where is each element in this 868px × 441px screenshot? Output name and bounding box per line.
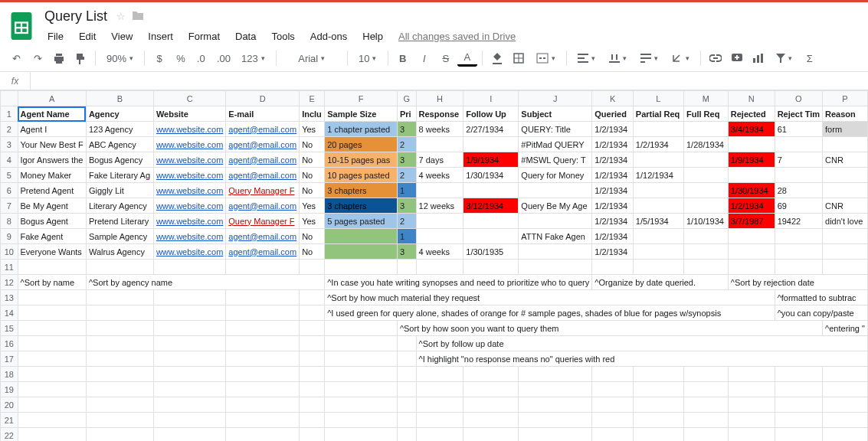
col-header-P[interactable]: P <box>823 91 868 106</box>
star-icon[interactable]: ☆ <box>116 11 126 22</box>
cell[interactable] <box>519 413 592 428</box>
cell[interactable] <box>325 244 398 260</box>
cell[interactable] <box>823 382 868 397</box>
cell[interactable] <box>397 382 416 397</box>
cell[interactable] <box>18 321 86 336</box>
merge-button[interactable] <box>530 48 562 68</box>
cell[interactable]: 10-15 pages pas <box>325 152 398 168</box>
row-header[interactable]: 17 <box>1 351 18 367</box>
cell[interactable]: www.website.com <box>153 244 225 260</box>
cell[interactable] <box>300 336 325 351</box>
paint-format-button[interactable] <box>70 48 90 68</box>
cell[interactable]: 69 <box>775 198 822 214</box>
bold-button[interactable]: B <box>393 48 413 68</box>
header-cell[interactable]: Agency <box>86 106 153 122</box>
cell[interactable] <box>86 336 153 351</box>
cell[interactable] <box>775 367 822 382</box>
cell[interactable] <box>416 382 463 397</box>
cell[interactable] <box>325 428 398 442</box>
cell[interactable] <box>633 428 683 442</box>
redo-button[interactable]: ↷ <box>28 48 47 68</box>
row-header[interactable]: 19 <box>1 382 18 397</box>
cell[interactable]: Query for Money <box>519 168 592 183</box>
cell[interactable]: Fake Agent <box>18 229 86 244</box>
cell[interactable] <box>18 397 86 413</box>
cell[interactable] <box>226 305 300 321</box>
cell[interactable]: Query Be My Age <box>519 198 592 214</box>
header-cell[interactable]: E-mail <box>226 106 300 122</box>
strikethrough-button[interactable]: S <box>436 48 456 68</box>
cell[interactable] <box>592 260 634 275</box>
cell[interactable]: www.website.com <box>153 198 225 214</box>
cell[interactable] <box>153 305 225 321</box>
cell[interactable]: Yes <box>300 122 325 137</box>
cell[interactable] <box>325 336 398 351</box>
cell[interactable]: 1/2/1934 <box>592 183 634 198</box>
cell[interactable] <box>823 229 868 244</box>
cell[interactable] <box>592 413 634 428</box>
cell[interactable] <box>18 305 86 321</box>
row-header[interactable]: 6 <box>1 183 18 198</box>
cell[interactable]: 3 chapters <box>325 198 398 214</box>
cell[interactable]: 4 weeks <box>416 244 463 260</box>
row-header[interactable]: 16 <box>1 336 18 351</box>
header-cell[interactable]: Full Req <box>684 106 729 122</box>
cell[interactable] <box>519 244 592 260</box>
increase-decimal-button[interactable]: .00 <box>214 48 234 68</box>
cell[interactable] <box>397 351 416 367</box>
cell[interactable]: Bogus Agent <box>18 214 86 229</box>
cell[interactable] <box>86 260 153 275</box>
cell[interactable] <box>823 397 868 413</box>
note-cell[interactable]: ^Sort by follow up date <box>416 336 867 351</box>
row-header[interactable]: 5 <box>1 168 18 183</box>
cell[interactable] <box>519 260 592 275</box>
cell[interactable] <box>153 260 225 275</box>
cell[interactable] <box>684 260 729 275</box>
cell[interactable] <box>519 382 592 397</box>
cell[interactable] <box>463 137 519 152</box>
row-header[interactable]: 8 <box>1 214 18 229</box>
cell[interactable]: 12 weeks <box>416 198 463 214</box>
cell[interactable]: Yes <box>300 198 325 214</box>
cell[interactable] <box>633 382 683 397</box>
cell[interactable] <box>823 260 868 275</box>
cell[interactable] <box>775 137 822 152</box>
cell[interactable] <box>153 397 225 413</box>
cell[interactable] <box>775 413 822 428</box>
cell[interactable] <box>728 229 775 244</box>
cell[interactable] <box>823 244 868 260</box>
cell[interactable] <box>633 198 683 214</box>
currency-button[interactable]: $ <box>149 48 169 68</box>
cell[interactable]: Giggly Lit <box>86 183 153 198</box>
cell[interactable] <box>416 137 463 152</box>
folder-icon[interactable] <box>132 10 144 23</box>
cell[interactable] <box>325 229 398 244</box>
cell[interactable] <box>153 382 225 397</box>
col-header-E[interactable]: E <box>300 91 325 106</box>
cell[interactable]: Fake Literary Ag <box>86 168 153 183</box>
col-header-N[interactable]: N <box>728 91 775 106</box>
horizontal-align-button[interactable] <box>572 48 601 68</box>
cell[interactable]: agent@email.com <box>226 198 300 214</box>
cell[interactable]: Literary Agency <box>86 198 153 214</box>
cell[interactable] <box>728 382 775 397</box>
cell[interactable] <box>728 260 775 275</box>
cell[interactable] <box>728 428 775 442</box>
cell[interactable]: 1/30/1934 <box>463 168 519 183</box>
cell[interactable] <box>153 367 225 382</box>
cell[interactable]: 1/30/1934 <box>728 183 775 198</box>
header-cell[interactable]: Subject <box>519 106 592 122</box>
cell[interactable]: www.website.com <box>153 152 225 168</box>
cell[interactable] <box>325 413 398 428</box>
cell[interactable]: 1 <box>397 183 416 198</box>
menu-format[interactable]: Format <box>182 28 226 45</box>
cell[interactable] <box>633 122 683 137</box>
cell[interactable] <box>633 183 683 198</box>
cell[interactable] <box>684 367 729 382</box>
note-cell[interactable]: ^I highlight "no response means no" quer… <box>416 351 867 367</box>
row-header[interactable]: 4 <box>1 152 18 168</box>
row-header[interactable]: 13 <box>1 290 18 305</box>
cell[interactable] <box>226 260 300 275</box>
note-cell[interactable]: ^In case you hate writing synopses and n… <box>325 275 592 290</box>
menu-edit[interactable]: Edit <box>73 28 102 45</box>
